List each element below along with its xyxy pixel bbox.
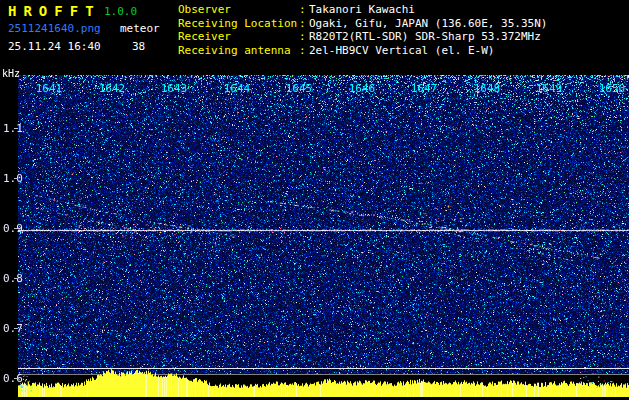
spectrogram-canvas — [18, 75, 629, 400]
info-row-antenna: Receiving antenna:2el-HB9CV Vertical (el… — [178, 44, 547, 58]
app-version: 1.0.0 — [104, 5, 137, 18]
info-label: Observer — [178, 3, 299, 17]
info-colon: : — [299, 30, 309, 44]
time-label: 1649 — [536, 82, 563, 95]
info-label: Receiver — [178, 30, 299, 44]
time-label: 1645 — [286, 82, 313, 95]
output-filename: 2511241640.png — [8, 22, 101, 35]
spectrogram-plot: 1641 1642 1643 1644 1645 1646 1647 1648 … — [18, 75, 629, 400]
info-value: Takanori Kawachi — [309, 3, 415, 16]
time-label: 1648 — [474, 82, 501, 95]
app-title: HROFFT — [8, 3, 101, 19]
station-info-table: Observer:Takanori Kawachi Receiving Loca… — [178, 3, 547, 57]
info-value: Ogaki, Gifu, JAPAN (136.60E, 35.35N) — [309, 17, 547, 30]
info-row-observer: Observer:Takanori Kawachi — [178, 3, 547, 17]
info-row-location: Receiving Location:Ogaki, Gifu, JAPAN (1… — [178, 17, 547, 31]
info-colon: : — [299, 17, 309, 31]
info-colon: : — [299, 44, 309, 58]
info-label: Receiving Location — [178, 17, 299, 31]
header: HROFFT 1.0.0 2511241640.png meteor 25.11… — [0, 0, 629, 68]
time-label: 1650 — [599, 82, 626, 95]
info-value: R820T2(RTL-SDR) SDR-Sharp 53.372MHz — [309, 30, 541, 43]
time-label: 1646 — [349, 82, 376, 95]
time-label: 1641 — [36, 82, 63, 95]
echo-count: 38 — [132, 40, 145, 53]
time-label: 1643 — [161, 82, 188, 95]
info-label: Receiving antenna — [178, 44, 299, 58]
hrofft-screenshot: HROFFT 1.0.0 2511241640.png meteor 25.11… — [0, 0, 629, 400]
time-label: 1647 — [411, 82, 438, 95]
info-value: 2el-HB9CV Vertical (el. E-W) — [309, 44, 494, 57]
observation-datetime: 25.11.24 16:40 — [8, 40, 101, 53]
time-label: 1644 — [224, 82, 251, 95]
info-colon: : — [299, 3, 309, 17]
info-row-receiver: Receiver:R820T2(RTL-SDR) SDR-Sharp 53.37… — [178, 30, 547, 44]
mode-label: meteor — [120, 22, 160, 35]
time-label: 1642 — [99, 82, 126, 95]
